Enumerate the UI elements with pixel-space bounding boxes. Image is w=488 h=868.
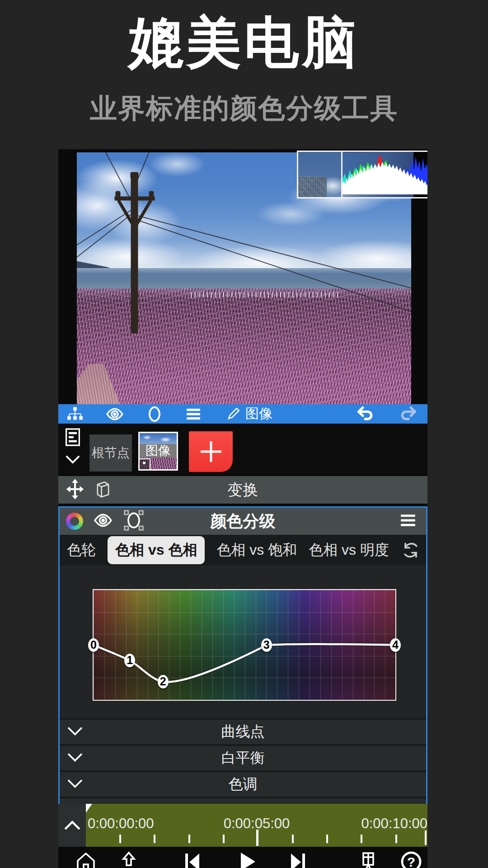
reset-refresh-icon[interactable]	[401, 540, 421, 560]
vectorscope-trace	[298, 176, 327, 197]
curve-point-1[interactable]: 1	[124, 654, 135, 667]
current-node-label: 图像	[245, 405, 272, 423]
timecode-start: 0:00:00:00	[88, 816, 154, 832]
playhead-flag-icon[interactable]	[86, 804, 92, 813]
selection-ellipse-icon[interactable]	[123, 509, 145, 533]
viewer-toolbar: 图像	[58, 404, 427, 424]
page-subtitle: 业界标准的颜色分级工具	[0, 90, 488, 127]
tab-color-wheel[interactable]: 色轮	[67, 540, 96, 560]
hue-vs-hue-curve[interactable]: 01234	[93, 589, 396, 701]
cube-icon[interactable]	[94, 479, 112, 501]
curve-point-0[interactable]: 0	[88, 638, 99, 652]
node-image-label: 图像	[140, 444, 177, 458]
home-icon[interactable]	[75, 851, 97, 868]
menu-icon[interactable]	[185, 407, 202, 421]
node-list-icon[interactable]	[65, 427, 81, 449]
node-root[interactable]: 根节点	[89, 434, 132, 472]
color-grading-panel: 颜色分级	[58, 506, 427, 806]
edit-pencil-icon[interactable]	[225, 406, 241, 422]
timeline-collapse-button[interactable]	[58, 804, 86, 847]
image-badge-icon	[139, 458, 150, 470]
curve-editor[interactable]: 01234	[60, 566, 426, 718]
curve-point-2[interactable]: 2	[158, 675, 169, 689]
redo-icon[interactable]	[398, 406, 418, 422]
rgb-histogram-panel	[343, 152, 427, 197]
node-tree-icon[interactable]	[66, 406, 84, 422]
curve-point-3[interactable]: 3	[261, 638, 272, 652]
section-white-balance[interactable]: 白平衡	[60, 746, 426, 770]
promo-page: 媲美电脑 业界标准的颜色分级工具	[0, 0, 488, 868]
plus-icon	[201, 441, 221, 462]
add-node-button[interactable]	[189, 431, 233, 472]
play-icon[interactable]	[235, 851, 257, 868]
scopes-overlay[interactable]	[297, 151, 427, 198]
svg-text:?: ?	[407, 854, 415, 868]
eye-icon[interactable]	[93, 512, 113, 530]
curve-point-4[interactable]: 4	[390, 638, 401, 652]
export-icon[interactable]	[118, 851, 140, 868]
curve-mode-tabs: 色轮 色相 vs 色相 色相 vs 饱和 色相 vs 明度 饱和 vs 饱和	[60, 535, 426, 566]
transform-label: 变换	[58, 480, 427, 500]
tab-hue-vs-hue[interactable]: 色相 vs 色相	[108, 536, 205, 564]
circle-mask-icon[interactable]	[147, 406, 162, 423]
skip-end-icon[interactable]	[287, 851, 309, 868]
video-editor-screenshot: 图像	[58, 149, 427, 868]
timeline-ruler[interactable]: 0:00:00:00 0:00:05:00 0:00:10:00	[86, 804, 427, 847]
frame-guide-icon[interactable]	[357, 851, 379, 868]
skip-start-icon[interactable]	[181, 851, 203, 868]
chevron-down-icon[interactable]	[65, 454, 80, 466]
section-curve-points[interactable]: 曲线点	[60, 720, 426, 744]
node-image[interactable]: 图像	[138, 432, 178, 471]
tab-hue-vs-lum[interactable]: 色相 vs 明度	[309, 540, 389, 560]
move-icon[interactable]	[66, 479, 84, 501]
transform-row[interactable]: 变换	[58, 476, 427, 504]
vectorscope-panel	[298, 152, 343, 197]
page-title: 媲美电脑	[0, 6, 488, 80]
bottom-toolbar: ?	[58, 847, 427, 868]
eye-icon[interactable]	[105, 406, 124, 422]
section-tone[interactable]: 色调	[60, 772, 426, 797]
undo-icon[interactable]	[356, 406, 376, 422]
panel-header: 颜色分级	[60, 508, 426, 535]
tab-hue-vs-sat[interactable]: 色相 vs 饱和	[216, 540, 297, 560]
timeline: 0:00:00:00 0:00:05:00 0:00:10:00	[58, 804, 427, 847]
timecode-end: 0:00:10:00	[361, 816, 427, 832]
panel-menu-icon[interactable]	[399, 513, 417, 529]
help-icon[interactable]: ?	[400, 851, 422, 868]
panel-title: 颜色分级	[60, 510, 426, 533]
node-strip: 根节点 图像	[58, 424, 427, 475]
